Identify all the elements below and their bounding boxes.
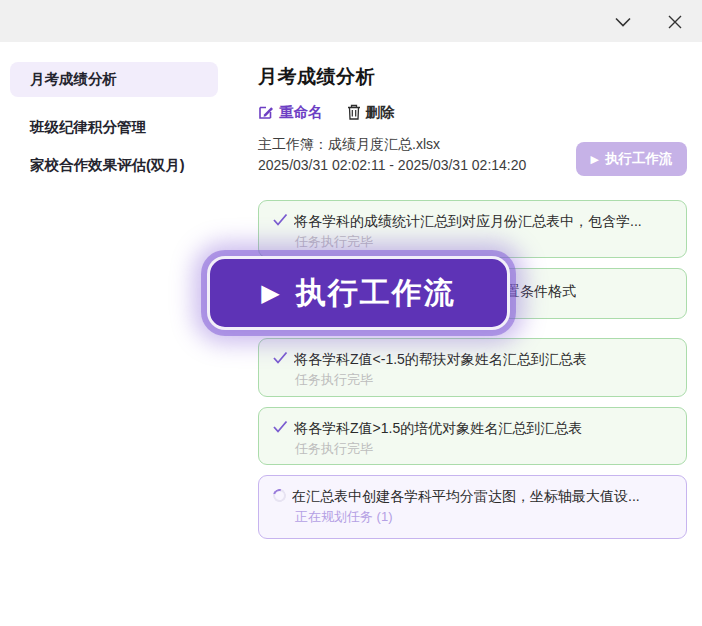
run-workflow-button[interactable]: ▶ 执行工作流 bbox=[576, 142, 687, 176]
rename-label: 重命名 bbox=[279, 103, 323, 122]
header-actions: 重命名 删除 bbox=[258, 101, 395, 123]
chevron-down-icon bbox=[615, 17, 631, 27]
workflow-panel: 月考成绩分析 班级纪律积分管理 家校合作效果评估(双月) 月考成绩分析 重命名 bbox=[0, 0, 702, 626]
sidebar-item-label: 月考成绩分析 bbox=[30, 70, 117, 89]
sidebar-item-label: 家校合作效果评估(双月) bbox=[30, 156, 185, 175]
task-text: 将各学科Z值>1.5的培优对象姓名汇总到汇总表 bbox=[294, 419, 582, 437]
sidebar-item-home-school-evaluation[interactable]: 家校合作效果评估(双月) bbox=[10, 148, 218, 183]
task-status: 任务执行完毕 bbox=[295, 440, 672, 458]
task-status: 任务执行完毕 bbox=[295, 371, 672, 389]
window-titlebar bbox=[0, 0, 702, 42]
delete-button[interactable]: 删除 bbox=[347, 103, 395, 122]
page-title: 月考成绩分析 bbox=[258, 64, 375, 90]
rename-button[interactable]: 重命名 bbox=[258, 103, 323, 122]
run-time-range: 2025/03/31 02:02:11 - 2025/03/31 02:14:2… bbox=[258, 157, 526, 173]
task-text: 在汇总表中创建各学科平均分雷达图，坐标轴最大值设... bbox=[292, 487, 640, 505]
play-icon: ▶ bbox=[261, 281, 279, 305]
check-icon bbox=[273, 420, 288, 433]
collapse-window-button[interactable] bbox=[612, 11, 634, 33]
close-window-button[interactable] bbox=[664, 11, 686, 33]
delete-label: 删除 bbox=[366, 103, 395, 122]
run-workflow-label: 执行工作流 bbox=[605, 150, 673, 168]
task-card[interactable]: 将各学科的成绩统计汇总到对应月份汇总表中，包含学... 任务执行完毕 bbox=[258, 200, 687, 258]
task-status: 正在规划任务 (1) bbox=[295, 508, 672, 526]
task-card[interactable]: 将各学科Z值<-1.5的帮扶对象姓名汇总到汇总表 任务执行完毕 bbox=[258, 338, 687, 397]
edit-icon bbox=[258, 104, 274, 120]
sidebar-item-class-discipline-points[interactable]: 班级纪律积分管理 bbox=[10, 110, 218, 145]
task-card[interactable]: 在汇总表中创建各学科平均分雷达图，坐标轴最大值设... 正在规划任务 (1) bbox=[258, 475, 687, 539]
run-workflow-label: 执行工作流 bbox=[296, 273, 456, 314]
sidebar-item-monthly-exam-analysis[interactable]: 月考成绩分析 bbox=[10, 62, 218, 97]
loading-spinner-icon bbox=[271, 487, 289, 505]
task-text: 将各学科的成绩统计汇总到对应月份汇总表中，包含学... bbox=[294, 212, 642, 230]
check-icon bbox=[273, 351, 288, 364]
trash-icon bbox=[347, 104, 361, 120]
close-icon bbox=[668, 15, 682, 29]
task-status: 任务执行完毕 bbox=[295, 233, 672, 251]
sidebar-item-label: 班级纪律积分管理 bbox=[30, 118, 146, 137]
run-workflow-highlight-button[interactable]: ▶ 执行工作流 bbox=[207, 256, 510, 330]
play-icon: ▶ bbox=[591, 154, 599, 165]
task-text: 将各学科Z值<-1.5的帮扶对象姓名汇总到汇总表 bbox=[294, 350, 587, 368]
main-workbook-label: 主工作簿：成绩月度汇总.xlsx bbox=[258, 136, 440, 154]
check-icon bbox=[273, 213, 288, 226]
task-card[interactable]: 将各学科Z值>1.5的培优对象姓名汇总到汇总表 任务执行完毕 bbox=[258, 407, 687, 465]
task-text: 置条件格式 bbox=[506, 282, 576, 300]
